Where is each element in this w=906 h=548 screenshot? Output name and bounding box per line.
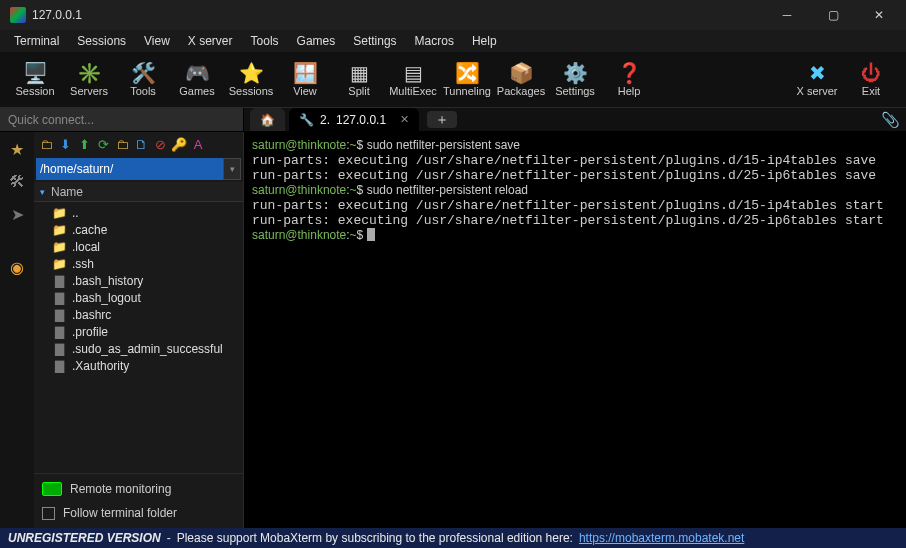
file-item[interactable]: 📁.cache xyxy=(34,221,243,238)
tab-close-icon[interactable]: ✕ xyxy=(400,113,409,126)
folder-icon: 📁 xyxy=(52,257,66,271)
sessions-button[interactable]: ⭐Sessions xyxy=(224,54,278,106)
column-header[interactable]: ▾ Name xyxy=(34,182,243,202)
folder-icon[interactable]: 🗀 xyxy=(38,136,54,152)
settings-button[interactable]: ⚙️Settings xyxy=(548,54,602,106)
file-name: .bashrc xyxy=(72,308,111,322)
path-bar: ▾ xyxy=(36,158,241,180)
file-name: .sudo_as_admin_successful xyxy=(72,342,223,356)
games-button[interactable]: 🎮Games xyxy=(170,54,224,106)
newfile-icon[interactable]: 🗋 xyxy=(133,136,149,152)
attachment-icon[interactable]: 📎 xyxy=(881,111,900,129)
follow-terminal-checkbox[interactable]: Follow terminal folder xyxy=(42,506,235,520)
settings-icon: ⚙️ xyxy=(563,63,588,83)
file-item[interactable]: ▇.sudo_as_admin_successful xyxy=(34,340,243,357)
path-dropdown[interactable]: ▾ xyxy=(223,158,241,180)
file-item[interactable]: 📁.local xyxy=(34,238,243,255)
help-button[interactable]: ❓Help xyxy=(602,54,656,106)
menu-terminal[interactable]: Terminal xyxy=(6,32,67,50)
quick-connect-input[interactable]: Quick connect... xyxy=(0,108,244,131)
terminal-tab[interactable]: 🔧 2. 127.0.0.1 ✕ xyxy=(289,108,419,131)
home-tab[interactable]: 🏠 xyxy=(250,108,285,131)
window-title: 127.0.0.1 xyxy=(32,8,764,22)
file-item[interactable]: ▇.bash_logout xyxy=(34,289,243,306)
new-tab-button[interactable]: ＋ xyxy=(427,111,457,128)
title-bar: 127.0.0.1 ─ ▢ ✕ xyxy=(0,0,906,30)
status-message: Please support MobaXterm by subscribing … xyxy=(177,531,573,545)
file-item[interactable]: ▇.bashrc xyxy=(34,306,243,323)
menu-help[interactable]: Help xyxy=(464,32,505,50)
path-input[interactable] xyxy=(36,158,223,180)
help-icon: ❓ xyxy=(617,63,642,83)
download-icon[interactable]: ⬇ xyxy=(57,136,73,152)
file-name: .bash_history xyxy=(72,274,143,288)
column-name: Name xyxy=(51,185,83,199)
servers-icon: ✳️ xyxy=(77,63,102,83)
games-icon: 🎮 xyxy=(185,63,210,83)
text-icon[interactable]: A xyxy=(190,136,206,152)
packages-button[interactable]: 📦Packages xyxy=(494,54,548,106)
tab-label: 127.0.0.1 xyxy=(336,113,386,127)
file-item[interactable]: 📁.. xyxy=(34,204,243,221)
file-item[interactable]: 📁.ssh xyxy=(34,255,243,272)
sftp-icon[interactable]: ◉ xyxy=(10,258,24,277)
tunneling-button[interactable]: 🔀Tunneling xyxy=(440,54,494,106)
file-tree: 📁..📁.cache📁.local📁.ssh▇.bash_history▇.ba… xyxy=(34,202,243,443)
tab-row: Quick connect... 🏠 🔧 2. 127.0.0.1 ✕ ＋ 📎 xyxy=(0,108,906,132)
app-icon xyxy=(10,7,26,23)
send-icon[interactable]: ➤ xyxy=(11,205,24,224)
minimize-button[interactable]: ─ xyxy=(764,0,810,30)
key-icon[interactable]: 🔑 xyxy=(171,136,187,152)
exit-button[interactable]: ⏻Exit xyxy=(844,54,898,106)
file-icon: ▇ xyxy=(52,291,66,305)
close-button[interactable]: ✕ xyxy=(856,0,902,30)
left-icon-strip: ★ 🛠 ➤ ◉ xyxy=(0,132,34,528)
sftp-toolbar: 🗀 ⬇ ⬆ ⟳ 🗀 🗋 ⊘ 🔑 A xyxy=(34,132,243,156)
split-button[interactable]: ▦Split xyxy=(332,54,386,106)
file-name: .ssh xyxy=(72,257,94,271)
follow-terminal-label: Follow terminal folder xyxy=(63,506,177,520)
file-name: .Xauthority xyxy=(72,359,129,373)
xserver-button[interactable]: ✖X server xyxy=(790,54,844,106)
folder-icon: 📁 xyxy=(52,223,66,237)
file-item[interactable]: ▇.profile xyxy=(34,323,243,340)
menu-settings[interactable]: Settings xyxy=(345,32,404,50)
menu-games[interactable]: Games xyxy=(289,32,344,50)
file-name: .. xyxy=(72,206,79,220)
file-item[interactable]: ▇.bash_history xyxy=(34,272,243,289)
file-item[interactable]: ▇.Xauthority xyxy=(34,357,243,374)
menu-macros[interactable]: Macros xyxy=(407,32,462,50)
servers-button[interactable]: ✳️Servers xyxy=(62,54,116,106)
file-icon: ▇ xyxy=(52,274,66,288)
menu-x-server[interactable]: X server xyxy=(180,32,241,50)
status-link[interactable]: https://mobaxterm.mobatek.net xyxy=(579,531,744,545)
menu-sessions[interactable]: Sessions xyxy=(69,32,134,50)
refresh-icon[interactable]: ⟳ xyxy=(95,136,111,152)
menu-bar: TerminalSessionsViewX serverToolsGamesSe… xyxy=(0,30,906,52)
maximize-button[interactable]: ▢ xyxy=(810,0,856,30)
tools-button[interactable]: 🛠️Tools xyxy=(116,54,170,106)
folder-icon: 📁 xyxy=(52,206,66,220)
split-icon: ▦ xyxy=(350,63,369,83)
file-icon: ▇ xyxy=(52,342,66,356)
menu-tools[interactable]: Tools xyxy=(243,32,287,50)
view-button[interactable]: 🪟View xyxy=(278,54,332,106)
tools-icon[interactable]: 🛠 xyxy=(9,173,25,191)
file-icon: ▇ xyxy=(52,359,66,373)
newfolder-icon[interactable]: 🗀 xyxy=(114,136,130,152)
remote-monitoring-label: Remote monitoring xyxy=(70,482,171,496)
upload-icon[interactable]: ⬆ xyxy=(76,136,92,152)
menu-view[interactable]: View xyxy=(136,32,178,50)
star-icon[interactable]: ★ xyxy=(10,140,24,159)
multiexec-button[interactable]: ▤MultiExec xyxy=(386,54,440,106)
file-name: .local xyxy=(72,240,100,254)
main-toolbar: 🖥️Session✳️Servers🛠️Tools🎮Games⭐Sessions… xyxy=(0,52,906,108)
session-icon: 🖥️ xyxy=(23,63,48,83)
tab-strip: 🏠 🔧 2. 127.0.0.1 ✕ ＋ 📎 xyxy=(244,108,906,131)
remote-monitoring-button[interactable]: Remote monitoring xyxy=(42,482,235,496)
delete-icon[interactable]: ⊘ xyxy=(152,136,168,152)
terminal-output[interactable]: saturn@thinknote:~$ sudo netfilter-persi… xyxy=(244,132,906,528)
session-button[interactable]: 🖥️Session xyxy=(8,54,62,106)
monitor-icon xyxy=(42,482,62,496)
file-icon: ▇ xyxy=(52,325,66,339)
